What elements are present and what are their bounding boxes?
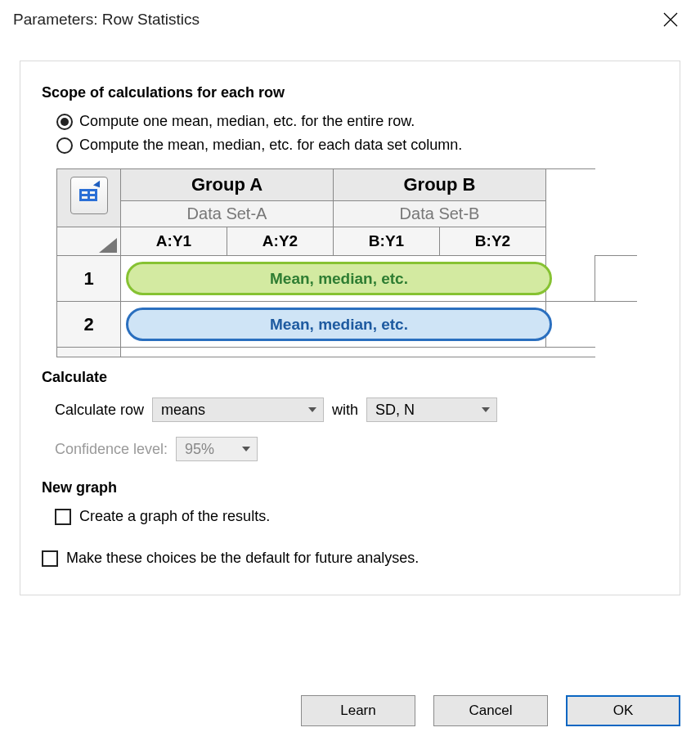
scope-option-label: Compute one mean, median, etc. for the e… [79,113,415,130]
grid-icon [70,177,108,214]
combo-value: 95% [185,441,214,458]
radio-icon [56,114,73,130]
table-corner-button[interactable] [57,169,121,227]
scope-option-entire-row[interactable]: Compute one mean, median, etc. for the e… [42,110,658,133]
row-number: 2 [57,302,121,348]
with-combo[interactable]: SD, N [366,397,497,422]
checkbox-icon [55,509,71,525]
create-graph-label: Create a graph of the results. [79,508,270,525]
calculate-row: Calculate row means with SD, N [42,396,658,435]
illustration-table: Group A Group B Data Set-A Data Set-B A:… [56,168,637,357]
pill-label: Mean, median, etc. [126,262,552,295]
learn-button[interactable]: Learn [301,695,415,726]
triangle-corner [57,227,121,256]
scope-option-label: Compute the mean, median, etc. for each … [79,137,462,154]
calculate-row-label: Calculate row [55,402,144,419]
scope-illustration: Group A Group B Data Set-A Data Set-B A:… [56,168,658,357]
column-header: B:Y2 [440,227,546,256]
combo-value: means [161,402,205,419]
row-pill-1: Mean, median, etc. [121,256,546,302]
button-bar: Learn Cancel OK [301,695,680,726]
ok-button[interactable]: OK [566,695,680,726]
confidence-label: Confidence level: [55,441,168,458]
chevron-down-icon [482,407,490,412]
chevron-down-icon [242,447,250,451]
combo-value: SD, N [375,402,415,419]
group-header: Group B [334,169,546,201]
confidence-row: Confidence level: 95% [42,435,658,474]
confidence-combo: 95% [176,437,258,461]
create-graph-checkbox[interactable]: Create a graph of the results. [42,505,658,528]
dataset-header: Data Set-A [121,201,334,227]
make-default-label: Make these choices be the default for fu… [66,550,419,567]
scope-heading: Scope of calculations for each row [42,84,658,101]
titlebar: Parameters: Row Statistics [0,0,700,38]
dialog-title: Parameters: Row Statistics [13,11,200,29]
radio-icon [56,137,73,154]
close-button[interactable] [654,7,687,33]
newgraph-heading: New graph [42,479,658,496]
chevron-down-icon [308,407,316,412]
dataset-header: Data Set-B [334,201,546,227]
calculate-heading: Calculate [42,369,658,386]
torn-edge [640,168,662,357]
group-header: Group A [121,169,334,201]
column-header: A:Y1 [121,227,227,256]
column-header: B:Y1 [334,227,440,256]
row-pill-2: Mean, median, etc. [121,302,546,348]
checkbox-icon [42,550,58,567]
close-icon [663,12,678,27]
column-header: A:Y2 [227,227,334,256]
cancel-button[interactable]: Cancel [433,695,548,726]
with-label: with [332,402,358,419]
row-number: 1 [57,256,121,302]
pill-label: Mean, median, etc. [126,308,552,341]
dialog-content: Scope of calculations for each row Compu… [20,61,680,595]
scope-option-per-column[interactable]: Compute the mean, median, etc. for each … [42,133,658,157]
make-default-checkbox[interactable]: Make these choices be the default for fu… [42,546,658,570]
calculate-row-combo[interactable]: means [152,397,324,422]
dialog-window: Parameters: Row Statistics Scope of calc… [0,0,700,741]
